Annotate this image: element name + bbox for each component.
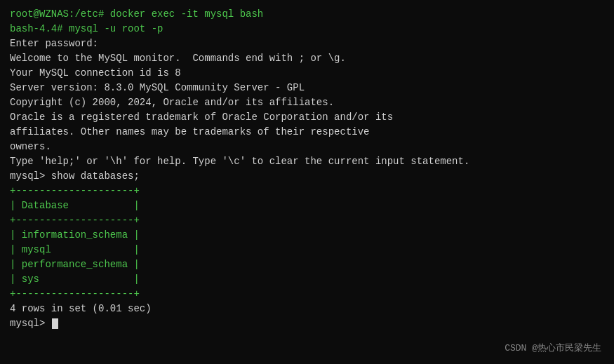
terminal-line: Welcome to the MySQL monitor. Commands e… [10, 51, 604, 66]
terminal-line: Your MySQL connection id is 8 [10, 66, 604, 81]
watermark: CSDN @热心市民梁先生 [505, 342, 601, 354]
line-text: Type 'help;' or '\h' for help. Type '\c'… [10, 156, 469, 167]
terminal-window: root@WZNAS:/etc# docker exec -it mysql b… [0, 0, 614, 364]
terminal-line: root@WZNAS:/etc# docker exec -it mysql b… [10, 7, 604, 22]
line-text: Copyright (c) 2000, 2024, Oracle and/or … [10, 97, 334, 108]
terminal-line: +--------------------+ [10, 287, 604, 302]
line-text: +--------------------+ [10, 185, 140, 196]
terminal-line: Oracle is a registered trademark of Orac… [10, 110, 604, 125]
line-text: Enter password: [10, 38, 104, 49]
terminal-line: affiliates. Other names may be trademark… [10, 125, 604, 140]
line-text: +--------------------+ [10, 215, 140, 226]
line-text: | sys | [10, 274, 140, 285]
terminal-output: root@WZNAS:/etc# docker exec -it mysql b… [10, 7, 604, 331]
line-text: Oracle is a registered trademark of Orac… [10, 112, 393, 123]
line-text: Server version: 8.3.0 MySQL Community Se… [10, 82, 305, 93]
terminal-line: Server version: 8.3.0 MySQL Community Se… [10, 81, 604, 95]
terminal-line: mysql> [10, 316, 604, 331]
line-text: owners. [10, 141, 51, 152]
terminal-line: +--------------------+ [10, 184, 604, 198]
line-text: affiliates. Other names may be trademark… [10, 126, 369, 137]
line-text: | mysql | [10, 244, 140, 255]
terminal-line: Copyright (c) 2000, 2024, Oracle and/or … [10, 95, 604, 110]
terminal-line: | performance_schema | [10, 257, 604, 272]
line-text: Your MySQL connection id is 8 [10, 67, 181, 79]
terminal-line: mysql> show databases; [10, 169, 604, 184]
terminal-line: Enter password: [10, 36, 604, 51]
terminal-line: owners. [10, 140, 604, 154]
terminal-line: | mysql | [10, 243, 604, 257]
terminal-line: Type 'help;' or '\h' for help. Type '\c'… [10, 154, 604, 169]
line-text: | performance_schema | [10, 259, 140, 270]
line-text: | information_schema | [10, 229, 140, 241]
terminal-line: bash-4.4# mysql -u root -p [10, 22, 604, 36]
terminal-line: | sys | [10, 272, 604, 287]
line-text: root@WZNAS:/etc# docker exec -it mysql b… [10, 8, 263, 20]
line-text: mysql> [10, 318, 51, 329]
terminal-cursor [52, 318, 58, 329]
line-text: Welcome to the MySQL monitor. Commands e… [10, 53, 346, 64]
terminal-line: +--------------------+ [10, 213, 604, 228]
line-text: | Database | [10, 200, 140, 211]
line-text: bash-4.4# mysql -u root -p [10, 23, 163, 34]
terminal-line: | information_schema | [10, 228, 604, 243]
terminal-line: 4 rows in set (0.01 sec) [10, 302, 604, 316]
line-text: +--------------------+ [10, 288, 140, 299]
line-text: 4 rows in set (0.01 sec) [10, 303, 152, 314]
terminal-line: | Database | [10, 198, 604, 213]
line-text: mysql> show databases; [10, 170, 140, 182]
